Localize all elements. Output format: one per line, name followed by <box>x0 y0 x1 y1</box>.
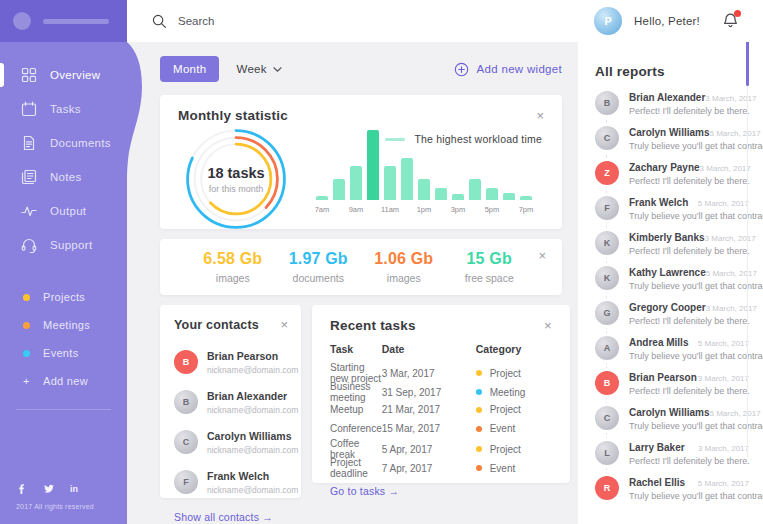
show-all-contacts-link[interactable]: Show all contacts → <box>174 511 273 523</box>
avatar: C <box>595 126 619 150</box>
close-icon[interactable]: × <box>538 251 546 261</box>
month-toggle-button[interactable]: Month <box>160 56 219 82</box>
dashboard-app: OverviewTasksDocumentsNotesOutputSupport… <box>0 0 763 524</box>
report-message: Perfect! I'll defenitely be there. <box>629 316 749 326</box>
contact-list-item[interactable]: FFrank Welchnickname@domain.com <box>174 462 288 502</box>
user-avatar[interactable]: P <box>594 7 622 35</box>
x-tick-label: 1pm <box>417 205 432 215</box>
contact-list-item[interactable]: CCarolyn Williamsnickname@domain.com <box>174 422 288 462</box>
task-date: 3 Mar, 2017 <box>382 368 476 379</box>
scrollbar-thumb[interactable] <box>746 38 749 86</box>
notifications-bell-icon[interactable] <box>722 12 740 30</box>
calendar-icon <box>21 101 37 117</box>
tasks-table: TaskDateCategoryStarting new project3 Ma… <box>330 343 552 476</box>
category-dot-icon <box>476 370 482 376</box>
avatar: B <box>595 91 619 115</box>
sidebar-item-output[interactable]: Output <box>0 194 127 228</box>
sidebar-logo <box>0 0 127 42</box>
close-icon[interactable]: × <box>544 321 552 331</box>
donut-value: 18 tasks <box>207 165 264 181</box>
report-message: Perfect! I'll defenitely be there. <box>629 246 749 256</box>
plus-icon: + <box>23 378 30 385</box>
report-list-item[interactable]: CCarolyn Williams5 March, 2017Truly beli… <box>595 126 749 151</box>
linkedin-icon[interactable]: in <box>70 484 78 494</box>
report-date: 5 March, 2017 <box>698 199 749 208</box>
report-message: Perfect! I'll defenitely be there. <box>629 386 749 396</box>
storage-stat: 6.58 Gbimages <box>190 250 276 284</box>
column-header: Date <box>382 343 476 365</box>
avatar: C <box>595 406 619 430</box>
bar-3pm <box>452 194 464 200</box>
avatar: L <box>595 441 619 465</box>
search-input[interactable] <box>178 15 378 27</box>
contact-list-item[interactable]: BBrian Alexandernickname@domain.com <box>174 382 288 422</box>
stat-label: images <box>190 272 276 284</box>
sidebar-shortcut-events[interactable]: Events <box>0 339 127 367</box>
x-tick-label: 7am <box>315 205 330 215</box>
x-tick-label: 9am <box>349 205 364 215</box>
bar-8am <box>333 179 345 200</box>
avatar: K <box>595 231 619 255</box>
report-message: Perfect! I'll defenitely be there. <box>629 106 749 116</box>
stat-value: 6.58 Gb <box>190 250 276 268</box>
storage-stat: 1.06 Gbimages <box>361 250 447 284</box>
sidebar-item-tasks[interactable]: Tasks <box>0 92 127 126</box>
avatar: R <box>595 476 619 500</box>
close-icon[interactable]: × <box>536 111 544 121</box>
workload-bar-chart: The highest workload time 7am9am11am1pm3… <box>316 125 544 233</box>
category-dot-icon <box>476 389 482 395</box>
report-list-item[interactable]: RRachel Ellis5 March, 2017Truly believe … <box>595 476 749 501</box>
sidebar-shortcut-projects[interactable]: Projects <box>0 283 127 311</box>
report-list-item[interactable]: CCarolyn Williams5 March, 2017Truly beli… <box>595 406 749 431</box>
report-list-item[interactable]: GGregory Cooper3 March, 2017Perfect! I'l… <box>595 301 749 326</box>
contact-email: nickname@domain.com <box>207 405 298 415</box>
sidebar-item-overview[interactable]: Overview <box>0 58 127 92</box>
report-list-item[interactable]: KKimberly Banks3 March, 2017Perfect! I'l… <box>595 231 749 256</box>
report-list-item[interactable]: AAndrea Mills5 March, 2017Truly believe … <box>595 336 749 361</box>
add-new-widget-button[interactable]: Add new widget <box>454 62 562 77</box>
stat-label: documents <box>276 272 362 284</box>
x-tick-label: 7pm <box>519 205 534 215</box>
report-list-item[interactable]: FFrank Welch5 March, 2017Truly believe y… <box>595 196 749 221</box>
report-list-item[interactable]: BBrian Pearson3 March, 2017Perfect! I'll… <box>595 371 749 396</box>
avatar: F <box>595 196 619 220</box>
sidebar-shortcut-meetings[interactable]: Meetings <box>0 311 127 339</box>
report-message: Truly believe you'll get that contract! <box>629 421 749 431</box>
task-date: 21 Mar, 2017 <box>382 404 476 415</box>
contact-name: Brian Pearson <box>207 350 298 362</box>
contact-list-item[interactable]: BBrian Pearsonnickname@domain.com <box>174 342 288 382</box>
task-category: Project <box>490 404 521 415</box>
card-title: Monthly statistic <box>178 108 288 123</box>
report-list-item[interactable]: ZZachary Payne3 March, 2017Perfect! I'll… <box>595 161 749 186</box>
twitter-icon[interactable] <box>43 483 55 495</box>
tasks-donut-chart: 18 tasks for this month <box>182 125 290 233</box>
bar-4pm <box>469 179 481 200</box>
go-to-tasks-link[interactable]: Go to tasks → <box>330 485 399 497</box>
report-author: Brian Alexander <box>629 92 705 103</box>
table-row: Coffee break5 Apr, 2017Project <box>330 438 552 457</box>
avatar: K <box>595 266 619 290</box>
category-dot-icon <box>476 407 482 413</box>
stat-label: free space <box>447 272 533 284</box>
report-date: 3 March, 2017 <box>705 94 756 103</box>
report-date: 5 March, 2017 <box>698 479 749 488</box>
report-date: 3 March, 2017 <box>706 304 757 313</box>
close-icon[interactable]: × <box>280 320 288 330</box>
stat-value: 1.06 Gb <box>361 250 447 268</box>
report-list-item[interactable]: BBrian Alexander3 March, 2017Perfect! I'… <box>595 91 749 116</box>
task-name: Meetup <box>330 404 382 415</box>
sidebar-shortcut-add-new[interactable]: +Add new <box>0 367 127 395</box>
table-row: Conference15 Mar, 2017Event <box>330 419 552 438</box>
task-category: Event <box>490 463 516 474</box>
sidebar-item-support[interactable]: Support <box>0 228 127 262</box>
week-dropdown[interactable]: Week <box>236 63 281 75</box>
task-name: Conference <box>330 423 382 434</box>
sidebar-item-documents[interactable]: Documents <box>0 126 127 160</box>
sidebar-item-notes[interactable]: Notes <box>0 160 127 194</box>
bar-7am <box>316 196 328 200</box>
facebook-icon[interactable] <box>16 483 28 495</box>
bar-11am <box>384 166 396 200</box>
report-list-item[interactable]: LLarry Baker3 March, 2017Perfect! I'll d… <box>595 441 749 466</box>
report-list-item[interactable]: KKathy Lawrence5 March, 2017Truly believ… <box>595 266 749 291</box>
search-icon <box>152 14 167 29</box>
